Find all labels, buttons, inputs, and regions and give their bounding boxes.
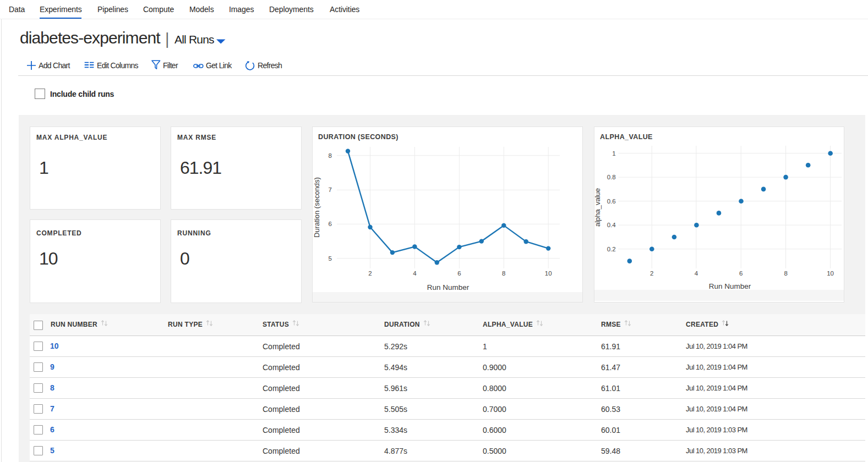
svg-text:Duration (seconds): Duration (seconds) <box>313 177 321 238</box>
svg-text:DURATION (SECONDS): DURATION (SECONDS) <box>318 133 398 141</box>
svg-text:2: 2 <box>650 270 653 277</box>
svg-text:2: 2 <box>368 270 372 277</box>
svg-text:0.4: 0.4 <box>607 222 616 228</box>
svg-text:5: 5 <box>329 255 332 262</box>
svg-text:0.2: 0.2 <box>607 246 616 252</box>
svg-text:Run Number: Run Number <box>709 282 751 290</box>
svg-text:ALPHA_VALUE: ALPHA_VALUE <box>600 133 653 141</box>
svg-text:8: 8 <box>502 270 505 277</box>
svg-text:6: 6 <box>329 221 332 227</box>
svg-text:4: 4 <box>413 270 417 277</box>
svg-text:8: 8 <box>784 270 787 277</box>
svg-text:6: 6 <box>739 270 743 277</box>
svg-text:alpha_value: alpha_value <box>594 188 602 227</box>
svg-text:Run Number: Run Number <box>427 283 470 292</box>
svg-text:4: 4 <box>695 270 698 277</box>
svg-text:1: 1 <box>612 150 615 157</box>
svg-text:10: 10 <box>827 270 834 277</box>
svg-text:6: 6 <box>457 270 461 277</box>
svg-text:10: 10 <box>545 270 552 277</box>
svg-text:0.6: 0.6 <box>607 198 616 205</box>
svg-text:0.8: 0.8 <box>607 174 616 180</box>
svg-text:7: 7 <box>329 186 332 193</box>
svg-text:8: 8 <box>329 152 332 159</box>
